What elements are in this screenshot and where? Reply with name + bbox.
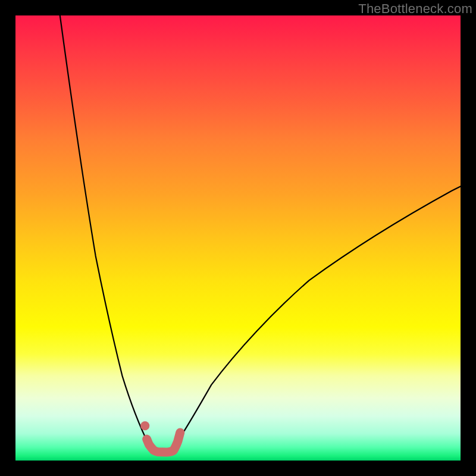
highlight-dot (140, 421, 149, 430)
highlight-u (147, 433, 180, 452)
right-curve (174, 186, 461, 447)
left-curve (60, 15, 151, 447)
chart-svg (15, 15, 461, 461)
chart-frame (15, 15, 461, 461)
watermark-text: TheBottleneck.com (358, 1, 472, 17)
